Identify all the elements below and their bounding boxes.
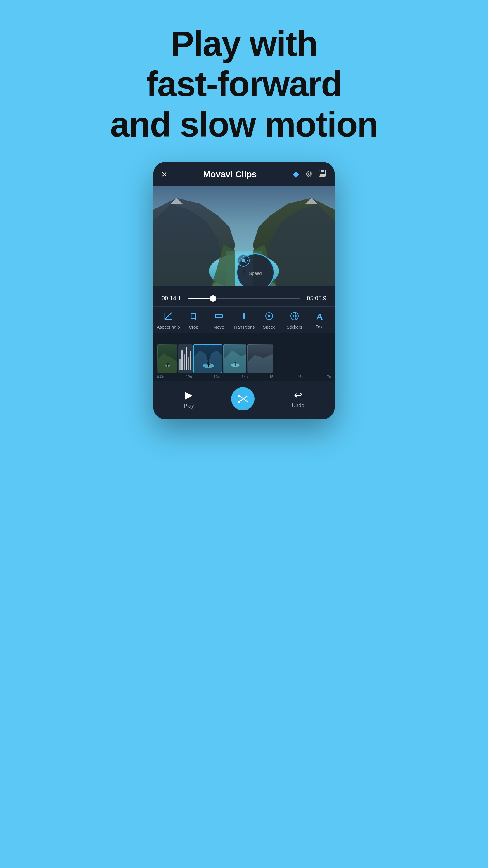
phone-frame: × Movavi Clips ◆ ⚙: [154, 162, 334, 419]
toolbar: Aspect ratio Crop: [154, 306, 334, 333]
svg-line-46: [271, 318, 272, 319]
text-tool-label: Text: [316, 324, 324, 329]
phone-wrapper: × Movavi Clips ◆ ⚙: [0, 162, 488, 419]
tool-move[interactable]: Move: [207, 311, 231, 330]
svg-rect-35: [240, 313, 243, 319]
scrubber-track[interactable]: [189, 298, 299, 299]
diamond-icon[interactable]: ◆: [293, 169, 299, 179]
play-icon: ▶: [185, 389, 193, 401]
ruler-16: 16s: [297, 374, 303, 379]
time-start: 00:14.1: [162, 295, 185, 302]
time-end: 05:05.9: [303, 295, 326, 302]
svg-rect-30: [191, 314, 196, 318]
scrubber-thumb[interactable]: [210, 295, 216, 302]
svg-rect-1: [321, 170, 324, 173]
tool-crop[interactable]: Crop: [182, 311, 205, 330]
svg-rect-2: [320, 174, 325, 176]
svg-point-48: [291, 312, 298, 320]
speed-tool-icon: [264, 311, 274, 323]
tool-aspect-ratio[interactable]: Aspect ratio: [157, 311, 180, 330]
video-preview: Speed: [154, 186, 334, 286]
svg-rect-36: [245, 313, 248, 319]
app-title: Movavi Clips: [172, 169, 288, 179]
timeline-clips: [154, 335, 334, 373]
svg-point-53: [167, 363, 169, 365]
clip-1[interactable]: [157, 344, 177, 373]
transitions-label: Transitions: [233, 324, 255, 330]
hero-title: Play with fast-forward and slow motion: [0, 23, 488, 145]
play-label: Play: [184, 403, 194, 409]
gear-icon[interactable]: ⚙: [305, 169, 313, 179]
undo-icon: ↩: [294, 389, 302, 401]
clip-5[interactable]: [247, 344, 273, 373]
svg-point-60: [207, 362, 209, 364]
svg-line-45: [267, 314, 268, 315]
cut-button[interactable]: [231, 387, 255, 410]
hero-section: Play with fast-forward and slow motion: [0, 0, 488, 162]
tool-transitions[interactable]: Transitions: [232, 311, 256, 330]
speed-tool-label: Speed: [263, 324, 275, 330]
move-label: Move: [213, 324, 224, 330]
svg-point-49: [293, 315, 296, 317]
timeline-scrubber: 00:14.1 05:05.9: [154, 286, 334, 306]
ruler-15: 15s: [269, 374, 275, 379]
svg-line-27: [165, 312, 172, 319]
speed-label: Speed: [249, 271, 262, 276]
close-button[interactable]: ×: [162, 169, 167, 179]
ruler-17: 17s: [325, 374, 331, 379]
crop-icon: [189, 311, 198, 323]
ruler-13: 13s: [214, 374, 220, 379]
crop-label: Crop: [189, 324, 198, 330]
timeline-ruler: 0.0s 12s 13s 14s 15s 16s 17s: [154, 373, 334, 381]
app-header: × Movavi Clips ◆ ⚙: [154, 162, 334, 186]
bottom-controls: ▶ Play ↩ Undo: [154, 381, 334, 419]
aspect-ratio-icon: [164, 311, 173, 323]
tool-text[interactable]: A Text: [308, 311, 331, 329]
save-icon[interactable]: [318, 169, 326, 179]
svg-point-42: [268, 315, 270, 317]
scrubber-fill: [189, 298, 213, 299]
clip-speed-bars[interactable]: [178, 344, 193, 373]
undo-label: Undo: [292, 403, 304, 409]
undo-button[interactable]: ↩ Undo: [292, 389, 304, 409]
tool-speed[interactable]: Speed: [257, 311, 281, 330]
clip-timeline: 0.0s 12s 13s 14s 15s 16s 17s: [154, 333, 334, 381]
clip-4[interactable]: [223, 344, 246, 373]
clip-3-active[interactable]: [193, 344, 222, 373]
stickers-icon: [290, 311, 299, 323]
svg-point-67: [234, 362, 236, 364]
header-icons: ◆ ⚙: [293, 169, 326, 179]
aspect-ratio-label: Aspect ratio: [157, 324, 180, 330]
ruler-0: 0.0s: [157, 374, 164, 379]
play-button[interactable]: ▶ Play: [184, 389, 194, 409]
text-icon: A: [316, 311, 324, 322]
stickers-label: Stickers: [287, 324, 302, 330]
move-icon: [214, 311, 224, 323]
ruler-14: 14s: [241, 374, 248, 379]
svg-point-21: [242, 259, 245, 262]
ruler-12: 12s: [186, 374, 192, 379]
transitions-icon: [239, 311, 249, 323]
tool-stickers[interactable]: Stickers: [283, 311, 306, 330]
